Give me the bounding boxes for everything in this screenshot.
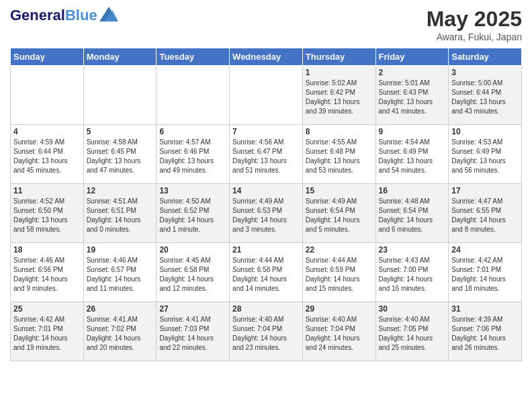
day-info: Sunrise: 4:41 AMSunset: 7:02 PMDaylight:… — [87, 315, 154, 353]
day-number: 19 — [87, 245, 154, 255]
day-info: Sunrise: 4:40 AMSunset: 7:04 PMDaylight:… — [306, 315, 373, 353]
table-row: 18Sunrise: 4:46 AMSunset: 6:56 PMDayligh… — [11, 243, 84, 302]
table-row: 22Sunrise: 4:44 AMSunset: 6:59 PMDayligh… — [302, 243, 375, 302]
day-info: Sunrise: 5:01 AMSunset: 6:43 PMDaylight:… — [379, 79, 446, 116]
day-number: 31 — [451, 304, 519, 314]
day-number: 7 — [232, 127, 300, 136]
table-row: 1Sunrise: 5:02 AMSunset: 6:42 PMDaylight… — [302, 66, 375, 125]
col-friday: Friday — [375, 48, 449, 66]
day-info: Sunrise: 4:49 AMSunset: 6:53 PMDaylight:… — [232, 197, 300, 234]
calendar-page: GeneralBlue May 2025 Awara, Fukui, Japan… — [0, 0, 532, 368]
day-number: 1 — [306, 68, 373, 77]
day-number: 23 — [379, 245, 446, 255]
day-info: Sunrise: 4:53 AMSunset: 6:49 PMDaylight:… — [451, 138, 519, 175]
table-row: 5Sunrise: 4:58 AMSunset: 6:45 PMDaylight… — [83, 125, 157, 184]
day-info: Sunrise: 4:56 AMSunset: 6:47 PMDaylight:… — [232, 138, 300, 175]
table-row: 20Sunrise: 4:45 AMSunset: 6:58 PMDayligh… — [157, 243, 230, 302]
calendar-header: Sunday Monday Tuesday Wednesday Thursday… — [11, 48, 522, 66]
table-row: 30Sunrise: 4:40 AMSunset: 7:05 PMDayligh… — [375, 302, 449, 361]
table-row: 8Sunrise: 4:55 AMSunset: 6:48 PMDaylight… — [302, 125, 375, 184]
table-row: 7Sunrise: 4:56 AMSunset: 6:47 PMDaylight… — [230, 125, 303, 184]
col-sunday: Sunday — [11, 48, 84, 66]
day-info: Sunrise: 4:58 AMSunset: 6:45 PMDaylight:… — [87, 138, 154, 175]
logo-icon — [99, 7, 118, 21]
calendar-table: Sunday Monday Tuesday Wednesday Thursday… — [10, 48, 522, 361]
header: GeneralBlue May 2025 Awara, Fukui, Japan — [10, 7, 522, 42]
day-info: Sunrise: 4:39 AMSunset: 7:06 PMDaylight:… — [451, 315, 519, 353]
day-number: 4 — [13, 127, 81, 136]
col-wednesday: Wednesday — [230, 48, 303, 66]
day-number: 6 — [159, 127, 226, 136]
day-info: Sunrise: 5:02 AMSunset: 6:42 PMDaylight:… — [306, 79, 373, 116]
table-row: 23Sunrise: 4:43 AMSunset: 7:00 PMDayligh… — [375, 243, 449, 302]
day-number: 30 — [379, 304, 446, 314]
day-number: 29 — [306, 304, 373, 314]
table-row: 10Sunrise: 4:53 AMSunset: 6:49 PMDayligh… — [449, 125, 522, 184]
table-row: 28Sunrise: 4:40 AMSunset: 7:04 PMDayligh… — [230, 302, 303, 361]
day-info: Sunrise: 4:59 AMSunset: 6:44 PMDaylight:… — [13, 138, 81, 175]
day-info: Sunrise: 4:42 AMSunset: 7:01 PMDaylight:… — [451, 256, 519, 293]
day-number: 9 — [379, 127, 446, 136]
table-row — [157, 66, 230, 125]
table-row: 12Sunrise: 4:51 AMSunset: 6:51 PMDayligh… — [83, 184, 157, 243]
table-row: 27Sunrise: 4:41 AMSunset: 7:03 PMDayligh… — [157, 302, 230, 361]
table-row: 9Sunrise: 4:54 AMSunset: 6:49 PMDaylight… — [375, 125, 449, 184]
table-row: 24Sunrise: 4:42 AMSunset: 7:01 PMDayligh… — [449, 243, 522, 302]
day-number: 26 — [87, 304, 154, 314]
day-info: Sunrise: 4:50 AMSunset: 6:52 PMDaylight:… — [159, 197, 226, 234]
day-info: Sunrise: 5:00 AMSunset: 6:44 PMDaylight:… — [451, 79, 519, 116]
day-info: Sunrise: 4:47 AMSunset: 6:55 PMDaylight:… — [451, 197, 519, 234]
col-thursday: Thursday — [302, 48, 375, 66]
table-row: 21Sunrise: 4:44 AMSunset: 6:58 PMDayligh… — [230, 243, 303, 302]
day-info: Sunrise: 4:54 AMSunset: 6:49 PMDaylight:… — [379, 138, 446, 175]
day-info: Sunrise: 4:55 AMSunset: 6:48 PMDaylight:… — [306, 138, 373, 175]
location: Awara, Fukui, Japan — [427, 32, 522, 42]
day-number: 21 — [232, 245, 300, 255]
table-row: 17Sunrise: 4:47 AMSunset: 6:55 PMDayligh… — [449, 184, 522, 243]
day-number: 10 — [451, 127, 519, 136]
day-info: Sunrise: 4:48 AMSunset: 6:54 PMDaylight:… — [379, 197, 446, 234]
col-tuesday: Tuesday — [157, 48, 230, 66]
day-info: Sunrise: 4:57 AMSunset: 6:46 PMDaylight:… — [159, 138, 226, 175]
day-number: 11 — [13, 186, 81, 195]
table-row — [230, 66, 303, 125]
table-row: 25Sunrise: 4:42 AMSunset: 7:01 PMDayligh… — [11, 302, 84, 361]
table-row: 13Sunrise: 4:50 AMSunset: 6:52 PMDayligh… — [157, 184, 230, 243]
day-info: Sunrise: 4:45 AMSunset: 6:58 PMDaylight:… — [159, 256, 226, 293]
day-info: Sunrise: 4:51 AMSunset: 6:51 PMDaylight:… — [87, 197, 154, 234]
table-row — [83, 66, 157, 125]
day-number: 8 — [306, 127, 373, 136]
day-info: Sunrise: 4:44 AMSunset: 6:58 PMDaylight:… — [232, 256, 300, 293]
day-number: 24 — [451, 245, 519, 255]
day-number: 25 — [13, 304, 81, 314]
table-row: 6Sunrise: 4:57 AMSunset: 6:46 PMDaylight… — [157, 125, 230, 184]
table-row: 31Sunrise: 4:39 AMSunset: 7:06 PMDayligh… — [449, 302, 522, 361]
title-block: May 2025 Awara, Fukui, Japan — [427, 7, 522, 42]
table-row: 29Sunrise: 4:40 AMSunset: 7:04 PMDayligh… — [302, 302, 375, 361]
logo: GeneralBlue — [10, 7, 118, 24]
day-number: 22 — [306, 245, 373, 255]
day-info: Sunrise: 4:40 AMSunset: 7:04 PMDaylight:… — [232, 315, 300, 353]
day-number: 27 — [159, 304, 226, 314]
table-row: 11Sunrise: 4:52 AMSunset: 6:50 PMDayligh… — [11, 184, 84, 243]
day-info: Sunrise: 4:44 AMSunset: 6:59 PMDaylight:… — [306, 256, 373, 293]
day-number: 2 — [379, 68, 446, 77]
day-number: 28 — [232, 304, 300, 314]
day-number: 13 — [159, 186, 226, 195]
table-row: 19Sunrise: 4:46 AMSunset: 6:57 PMDayligh… — [83, 243, 157, 302]
day-info: Sunrise: 4:42 AMSunset: 7:01 PMDaylight:… — [13, 315, 81, 353]
day-number: 14 — [232, 186, 300, 195]
month-year: May 2025 — [427, 7, 522, 32]
day-number: 15 — [306, 186, 373, 195]
col-monday: Monday — [83, 48, 157, 66]
table-row: 26Sunrise: 4:41 AMSunset: 7:02 PMDayligh… — [83, 302, 157, 361]
day-info: Sunrise: 4:52 AMSunset: 6:50 PMDaylight:… — [13, 197, 81, 234]
day-info: Sunrise: 4:46 AMSunset: 6:56 PMDaylight:… — [13, 256, 81, 293]
day-info: Sunrise: 4:49 AMSunset: 6:54 PMDaylight:… — [306, 197, 373, 234]
logo-text: GeneralBlue — [10, 7, 97, 24]
day-info: Sunrise: 4:41 AMSunset: 7:03 PMDaylight:… — [159, 315, 226, 353]
day-number: 3 — [451, 68, 519, 77]
day-number: 5 — [87, 127, 154, 136]
col-saturday: Saturday — [449, 48, 522, 66]
table-row: 14Sunrise: 4:49 AMSunset: 6:53 PMDayligh… — [230, 184, 303, 243]
